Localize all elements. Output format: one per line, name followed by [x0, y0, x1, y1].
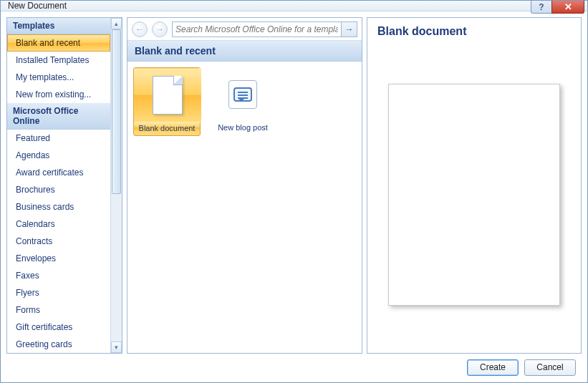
preview-page	[388, 84, 560, 306]
sidebar-item-agendas[interactable]: Agendas	[7, 147, 110, 164]
sidebar-item-label: Agendas	[16, 150, 49, 160]
sidebar-item-faxes[interactable]: Faxes	[7, 267, 110, 284]
category-header-templates: Templates	[7, 18, 110, 34]
template-label: Blank document	[134, 122, 200, 132]
sidebar-item-my-templates[interactable]: My templates...	[7, 69, 110, 86]
templates-grid: Blank document New blog post	[127, 62, 362, 353]
sidebar-item-blank-and-recent[interactable]: Blank and recent	[7, 34, 110, 52]
close-button[interactable]: ✕	[551, 1, 584, 14]
sidebar-item-greeting-cards[interactable]: Greeting cards	[7, 336, 110, 353]
search-go-button[interactable]: →	[341, 22, 357, 37]
sidebar-item-label: Flyers	[16, 288, 39, 298]
preview-area	[377, 44, 571, 346]
sidebar-item-label: Contracts	[16, 236, 52, 246]
sidebar-item-label: Blank and recent	[16, 38, 80, 48]
search-bar: ← → →	[127, 18, 362, 41]
sidebar-item-label: Envelopes	[16, 253, 56, 263]
sidebar-item-contracts[interactable]: Contracts	[7, 233, 110, 250]
search-input[interactable]	[173, 24, 341, 34]
dialog-footer: Create Cancel	[6, 354, 582, 381]
sidebar-item-calendars[interactable]: Calendars	[7, 215, 110, 233]
template-blank-document[interactable]: Blank document	[133, 67, 201, 136]
dialog-body: Templates Blank and recent Installed Tem…	[1, 11, 587, 383]
help-icon: ?	[539, 2, 544, 12]
sidebar-item-forms[interactable]: Forms	[7, 301, 110, 319]
sidebar-item-label: Installed Templates	[16, 55, 90, 65]
sidebar-item-featured[interactable]: Featured	[7, 130, 110, 147]
help-button[interactable]: ?	[531, 1, 552, 14]
cancel-button[interactable]: Cancel	[524, 359, 576, 376]
forward-icon: →	[155, 24, 164, 34]
window-title: New Document	[1, 1, 67, 11]
sidebar-item-label: Greeting cards	[16, 339, 72, 349]
sidebar-item-label: Forms	[16, 305, 40, 315]
blog-icon	[228, 80, 257, 109]
close-icon: ✕	[564, 1, 572, 12]
sidebar-item-label: Brochures	[16, 185, 55, 195]
template-label: New blog post	[209, 122, 276, 132]
template-thumb	[209, 67, 276, 122]
sidebar-item-award-certificates[interactable]: Award certificates	[7, 164, 110, 181]
template-thumb	[134, 68, 201, 122]
preview-panel: Blank document	[367, 17, 582, 354]
sidebar-item-label: New from existing...	[16, 89, 91, 100]
back-icon: ←	[135, 24, 144, 34]
sidebar-item-label: Featured	[16, 133, 50, 143]
sidebar-item-envelopes[interactable]: Envelopes	[7, 250, 110, 267]
category-header-office-online: Microsoft Office Online	[7, 103, 110, 130]
sidebar-item-installed-templates[interactable]: Installed Templates	[7, 52, 110, 69]
scroll-track[interactable]	[111, 29, 122, 341]
sidebar-item-label: Award certificates	[16, 168, 83, 178]
back-button[interactable]: ←	[132, 21, 148, 37]
sidebar-item-flyers[interactable]: Flyers	[7, 284, 110, 301]
sidebar-item-label: Business cards	[16, 202, 74, 212]
sidebar-item-business-cards[interactable]: Business cards	[7, 198, 110, 215]
preview-title: Blank document	[377, 25, 571, 44]
new-document-dialog: New Document ? ✕ Templates Blank and rec…	[0, 0, 588, 383]
sidebar-item-new-from-existing[interactable]: New from existing...	[7, 86, 110, 103]
scroll-down-icon[interactable]: ▾	[111, 341, 122, 353]
main-panel: ← → → Blank and recent Blank document	[127, 17, 362, 354]
document-icon	[153, 76, 183, 115]
sidebar-item-label: My templates...	[16, 72, 74, 82]
section-title: Blank and recent	[127, 41, 362, 62]
window-buttons: ? ✕	[531, 1, 584, 14]
sidebar-item-brochures[interactable]: Brochures	[7, 181, 110, 198]
sidebar-scrollbar[interactable]: ▴ ▾	[110, 18, 122, 353]
search-box: →	[172, 21, 357, 37]
create-button[interactable]: Create	[467, 359, 519, 376]
sidebar-item-gift-certificates[interactable]: Gift certificates	[7, 319, 110, 336]
category-list: Templates Blank and recent Installed Tem…	[7, 18, 110, 353]
go-icon: →	[345, 24, 354, 34]
sidebar-item-label: Faxes	[16, 271, 39, 281]
template-new-blog-post[interactable]: New blog post	[209, 67, 276, 132]
sidebar-item-label: Gift certificates	[16, 322, 72, 332]
titlebar: New Document ? ✕	[1, 1, 587, 11]
category-sidebar: Templates Blank and recent Installed Tem…	[6, 17, 122, 354]
columns: Templates Blank and recent Installed Tem…	[6, 17, 582, 354]
scroll-up-icon[interactable]: ▴	[111, 18, 122, 29]
forward-button[interactable]: →	[152, 21, 168, 37]
scroll-thumb[interactable]	[112, 29, 121, 194]
sidebar-item-label: Calendars	[16, 219, 55, 229]
